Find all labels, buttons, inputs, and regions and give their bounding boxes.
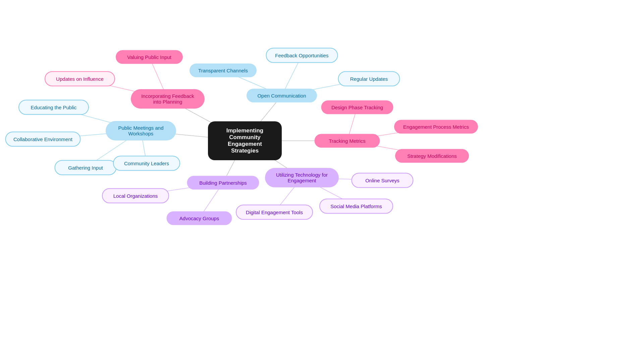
building-partnerships-node: Building Partnerships: [187, 176, 259, 190]
collaborative-environment-node: Collaborative Environment: [5, 132, 81, 147]
incorporating-feedback-node: Incorporating Feedback into Planning: [131, 89, 205, 109]
social-media-node: Social Media Platforms: [319, 199, 393, 214]
utilizing-technology-node: Utilizing Technology for Engagement: [265, 168, 339, 187]
local-organizations-node: Local Organizations: [102, 188, 169, 203]
engagement-process-node: Engagement Process Metrics: [394, 120, 478, 134]
open-communication-node: Open Communication: [247, 89, 317, 103]
digital-engagement-node: Digital Engagement Tools: [236, 205, 313, 220]
educating-public-node: Educating the Public: [18, 100, 89, 115]
community-leaders-node: Community Leaders: [113, 156, 180, 171]
strategy-modifications-node: Strategy Modifications: [395, 149, 469, 163]
tracking-metrics-node: Tracking Metrics: [315, 134, 380, 148]
center-node: Implementing Community Engagement Strate…: [208, 121, 282, 160]
valuing-public-input-node: Valuing Public Input: [116, 50, 183, 64]
public-meetings-node: Public Meetings and Workshops: [106, 121, 176, 140]
advocacy-groups-node: Advocacy Groups: [167, 211, 232, 225]
updates-on-influence-node: Updates on Influence: [45, 71, 115, 86]
feedback-opportunities-node: Feedback Opportunities: [266, 48, 338, 63]
design-phase-node: Design Phase Tracking: [321, 101, 393, 114]
gathering-input-node: Gathering Input: [55, 160, 117, 175]
mind-map-container: Implementing Community Engagement Strate…: [0, 0, 644, 363]
regular-updates-node: Regular Updates: [338, 71, 400, 86]
online-surveys-node: Online Surveys: [352, 173, 414, 188]
transparent-channels-node: Transparent Channels: [190, 64, 257, 77]
